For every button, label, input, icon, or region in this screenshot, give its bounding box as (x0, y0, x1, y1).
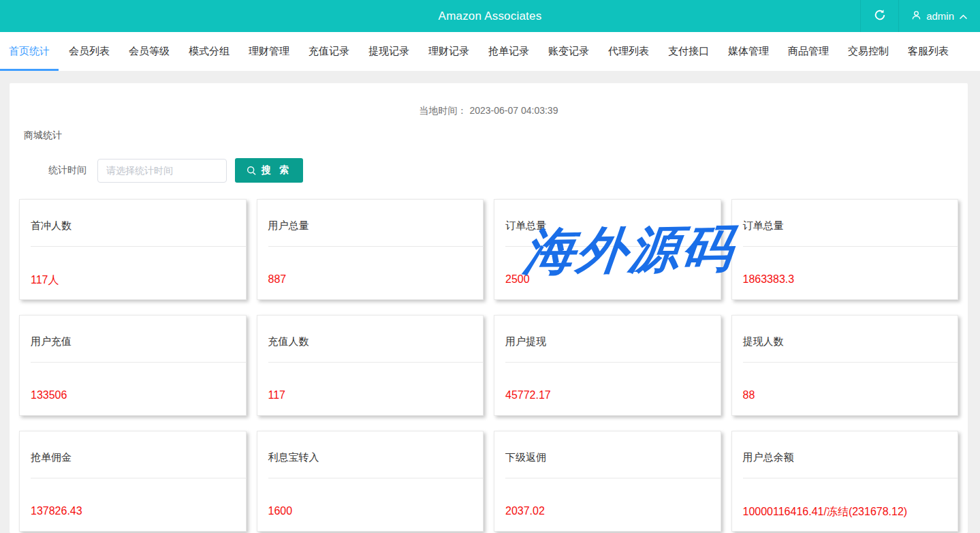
stat-time-input[interactable] (97, 159, 227, 183)
search-button-label: 搜 索 (262, 164, 291, 177)
card-value: 117 (257, 363, 484, 401)
tab-support-list[interactable]: 客服列表 (899, 32, 958, 71)
card-title: 首冲人数 (20, 200, 246, 232)
card-value: 887 (257, 247, 484, 286)
local-time: 当地时间： 2023-06-07 04:03:39 (19, 105, 958, 117)
refresh-icon (874, 9, 886, 24)
tab-finance-manage[interactable]: 理财管理 (240, 32, 298, 71)
chevron-up-icon (959, 10, 968, 22)
card-title: 用户总量 (257, 200, 484, 232)
tab-home-stats[interactable]: 首页统计 (0, 32, 59, 71)
username: admin (926, 10, 954, 22)
tab-member-list[interactable]: 会员列表 (60, 32, 118, 71)
tab-recharge-records[interactable]: 充值记录 (300, 32, 358, 71)
tab-member-level[interactable]: 会员等级 (120, 32, 178, 71)
search-button[interactable]: 搜 索 (235, 158, 303, 183)
card-title: 下级返佣 (494, 431, 721, 464)
card-title: 抢单佣金 (20, 431, 246, 464)
card-value: 1600 (257, 478, 484, 517)
header-actions: admin (860, 0, 980, 32)
stat-card-user-withdraw: 用户提现 45772.17 (494, 315, 721, 416)
stat-card-interest-transfer-in: 利息宝转入 1600 (257, 431, 484, 532)
search-icon (247, 166, 257, 176)
card-title: 用户提现 (494, 316, 721, 348)
stat-card-total-order-amount: 订单总量 1863383.3 (731, 199, 959, 300)
card-value: 137826.43 (20, 478, 246, 517)
card-value: 117人 (20, 247, 246, 288)
card-value: 133506 (20, 363, 246, 401)
tab-trade-control[interactable]: 交易控制 (839, 32, 898, 71)
stat-card-first-recharge-users: 首冲人数 117人 (19, 199, 247, 300)
tab-agent-list[interactable]: 代理列表 (599, 32, 658, 71)
stat-card-total-users: 用户总量 887 (257, 199, 484, 300)
section-title: 商城统计 (24, 130, 958, 142)
stat-card-recharge-users: 充值人数 117 (257, 315, 484, 416)
tab-finance-records[interactable]: 理财记录 (420, 32, 478, 71)
tab-balance-change-records[interactable]: 账变记录 (539, 32, 598, 71)
tab-media-manage[interactable]: 媒体管理 (719, 32, 778, 71)
refresh-button[interactable] (860, 0, 898, 32)
card-title: 订单总量 (494, 200, 721, 232)
local-time-label: 当地时间： (420, 105, 467, 116)
tab-withdraw-records[interactable]: 提现记录 (360, 32, 418, 71)
card-value: 2037.02 (494, 478, 721, 517)
page-title: Amazon Associates (0, 0, 980, 32)
tab-payment-api[interactable]: 支付接口 (659, 32, 718, 71)
local-time-value: 2023-06-07 04:03:39 (469, 105, 558, 116)
stat-card-user-recharge: 用户充值 133506 (19, 315, 247, 416)
tab-order-grab-records[interactable]: 抢单记录 (479, 32, 538, 71)
stat-card-total-orders: 订单总量 2500 (494, 199, 721, 300)
card-title: 利息宝转入 (257, 431, 484, 464)
stats-grid: 首冲人数 117人 用户总量 887 订单总量 2500 订单总量 186338… (19, 199, 958, 532)
card-value: 45772.17 (494, 363, 721, 401)
card-title: 订单总量 (732, 200, 958, 232)
user-menu[interactable]: admin (898, 0, 980, 32)
card-title: 用户充值 (20, 316, 246, 348)
stat-card-total-user-balance: 用户总余额 10000116416.41/冻结(231678.12) (731, 431, 959, 532)
card-title: 用户总余额 (732, 431, 958, 464)
tab-product-manage[interactable]: 商品管理 (779, 32, 838, 71)
card-title: 提现人数 (732, 316, 958, 348)
app-header: Amazon Associates admin (0, 0, 980, 32)
card-title: 充值人数 (257, 316, 484, 348)
spacer (0, 71, 980, 83)
stat-card-sub-rebate: 下级返佣 2037.02 (494, 431, 721, 532)
main-panel: 当地时间： 2023-06-07 04:03:39 商城统计 统计时间 搜 索 … (10, 83, 968, 533)
nav-bar: 首页统计 会员列表 会员等级 模式分组 理财管理 充值记录 提现记录 理财记录 … (0, 32, 980, 71)
tab-mode-group[interactable]: 模式分组 (180, 32, 238, 71)
filter-label: 统计时间 (19, 164, 86, 177)
card-value: 2500 (494, 247, 721, 286)
card-value: 10000116416.41/冻结(231678.12) (732, 478, 958, 519)
card-value: 88 (732, 363, 958, 401)
card-value: 1863383.3 (732, 247, 958, 286)
user-icon (911, 10, 921, 22)
stat-card-grab-commission: 抢单佣金 137826.43 (19, 431, 247, 532)
filter-form: 统计时间 搜 索 (19, 158, 958, 183)
stat-card-withdraw-users: 提现人数 88 (731, 315, 959, 416)
